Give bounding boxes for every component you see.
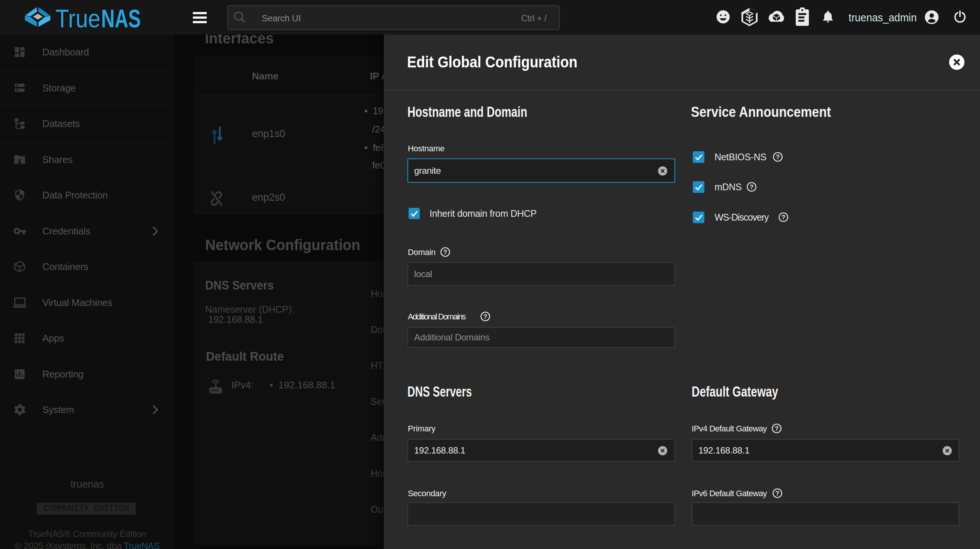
- svg-text:Network Configuration: Network Configuration: [205, 237, 360, 253]
- svg-text:NAS: NAS: [101, 4, 141, 32]
- svg-text:?: ?: [781, 214, 785, 221]
- svg-text:DNS Servers: DNS Servers: [407, 384, 472, 399]
- svg-text:Default Gateway: Default Gateway: [692, 384, 778, 399]
- svg-text:Edit Global Configuration: Edit Global Configuration: [407, 53, 578, 71]
- svg-text:?: ?: [484, 313, 487, 320]
- svg-text:Default Route: Default Route: [206, 349, 284, 363]
- svg-text:Hostname and Domain: Hostname and Domain: [407, 104, 527, 120]
- svg-text:?: ?: [750, 183, 753, 191]
- svg-text:?: ?: [776, 490, 779, 497]
- svg-text:?: ?: [775, 425, 778, 432]
- svg-text:truenas_admin: truenas_admin: [848, 11, 917, 24]
- svg-text:True: True: [56, 4, 100, 32]
- svg-text:?: ?: [443, 249, 447, 256]
- svg-text:DNS Servers: DNS Servers: [205, 278, 274, 292]
- svg-text:Interfaces: Interfaces: [205, 35, 274, 46]
- svg-text:Service Announcement: Service Announcement: [691, 104, 831, 120]
- svg-text:?: ?: [776, 154, 780, 161]
